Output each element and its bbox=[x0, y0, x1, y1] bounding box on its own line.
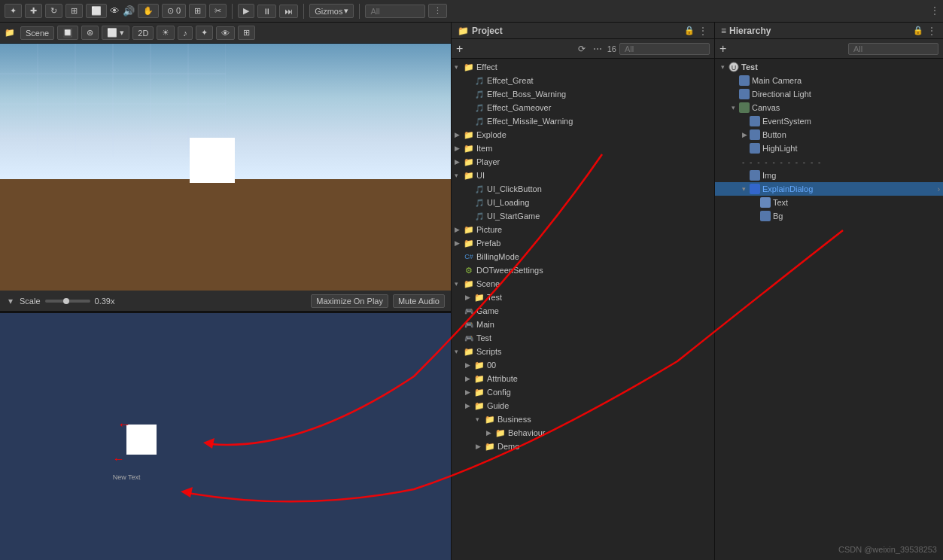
scene-overlay-btn[interactable]: ⊛ bbox=[81, 26, 99, 40]
project-item[interactable]: ▶📁Guide bbox=[452, 399, 714, 412]
tree-item-icon: 🎵 bbox=[474, 89, 485, 99]
tree-item-icon: 📁 bbox=[464, 224, 474, 235]
toolbar-transform-btn[interactable]: ✦ bbox=[5, 4, 22, 18]
tree-item-icon: C# bbox=[464, 251, 474, 262]
project-item[interactable]: ▶📁Test bbox=[452, 291, 714, 304]
project-item[interactable]: ▶📁Behaviour bbox=[452, 426, 714, 440]
toolbar-scale-btn[interactable]: ⊞ bbox=[65, 4, 83, 18]
project-item[interactable]: ▶📁Attribute bbox=[452, 372, 714, 385]
hier-item-label: Main Camera bbox=[752, 76, 802, 85]
toolbar-play-btn[interactable]: ▶ bbox=[238, 4, 254, 18]
gizmos-dropdown[interactable]: Gizmos ▾ bbox=[309, 4, 354, 18]
project-item[interactable]: 🎮Game bbox=[452, 304, 714, 318]
project-add-btn[interactable]: + bbox=[456, 43, 463, 55]
project-item[interactable]: ▶📁Config bbox=[452, 385, 714, 399]
toolbar-grid-btn[interactable]: ⊞ bbox=[189, 4, 206, 18]
toolbar-sep-3 bbox=[359, 4, 360, 19]
project-item[interactable]: 🎵UI_Loading bbox=[452, 196, 714, 209]
hier-expand-arrow: ▾ bbox=[732, 104, 739, 111]
hier-item-icon bbox=[750, 129, 760, 140]
project-item[interactable]: ▶📁Explode bbox=[452, 128, 714, 142]
toolbar-move-btn[interactable]: ✚ bbox=[25, 4, 42, 18]
tree-item-label: Attribute bbox=[487, 374, 518, 383]
hier-item[interactable]: Directional Light bbox=[715, 87, 943, 101]
tree-item-label: Main bbox=[476, 320, 494, 329]
project-item[interactable]: 🎵Effect_Gameover bbox=[452, 101, 714, 114]
project-item[interactable]: ▾📁UI bbox=[452, 169, 714, 182]
project-filter-btn[interactable]: ⋯ bbox=[591, 43, 604, 55]
scale-slider[interactable] bbox=[45, 300, 90, 303]
hier-add-btn[interactable]: + bbox=[719, 43, 726, 55]
scene-folder-icon: 📁 bbox=[5, 28, 15, 38]
scene-fx-btn[interactable]: ✦ bbox=[196, 26, 213, 40]
hier-item[interactable]: Bg bbox=[715, 209, 943, 223]
scene-grid-btn[interactable]: ⊞ bbox=[238, 26, 255, 40]
hier-item[interactable]: ▶Button bbox=[715, 128, 943, 142]
project-item[interactable]: ▶📁Item bbox=[452, 142, 714, 155]
toolbar-extra-btn[interactable]: ⋮ bbox=[428, 4, 447, 18]
project-item[interactable]: ⚙DOTweenSettings bbox=[452, 263, 714, 277]
hier-search[interactable] bbox=[848, 43, 938, 55]
tree-item-label: UI_ClickButton bbox=[487, 184, 542, 193]
project-item[interactable]: ▾📁Scene bbox=[452, 277, 714, 291]
project-search[interactable] bbox=[619, 43, 710, 55]
hier-item[interactable]: Text bbox=[715, 196, 943, 209]
project-item[interactable]: ▶📁00 bbox=[452, 358, 714, 372]
project-item[interactable]: ▶📁Prefab bbox=[452, 236, 714, 250]
scale-label: Scale bbox=[20, 297, 41, 306]
project-item[interactable]: C#BillingMode bbox=[452, 250, 714, 263]
hier-item[interactable]: ▾UTest bbox=[715, 60, 943, 74]
toolbar-pivot-btn[interactable]: ⊙ 0 bbox=[162, 4, 186, 18]
toolbar-rect-btn[interactable]: ⬜ bbox=[86, 4, 107, 18]
scene-collab-btn[interactable]: 🔲 bbox=[57, 26, 78, 40]
project-title: 📁 Project bbox=[458, 26, 503, 36]
hier-item[interactable]: - - - - - - - - - - - bbox=[715, 155, 943, 169]
tree-item-label: Effect_Gameover bbox=[487, 103, 551, 112]
scene-2d-btn[interactable]: 2D bbox=[132, 26, 154, 40]
project-item[interactable]: 🎵UI_StartGame bbox=[452, 209, 714, 223]
project-item[interactable]: 🎮Test bbox=[452, 331, 714, 345]
scene-tab-btn[interactable]: Scene bbox=[20, 26, 54, 40]
hier-item[interactable]: HighLight bbox=[715, 142, 943, 155]
project-item[interactable]: ▾📁Scripts bbox=[452, 345, 714, 358]
project-item[interactable]: 🎵Effect_Boss_Warning bbox=[452, 87, 714, 101]
scene-light-btn[interactable]: ☀ bbox=[157, 26, 175, 40]
tree-item-icon: 🎵 bbox=[474, 184, 485, 194]
project-item[interactable]: 🎵Effect_Missile_Warning bbox=[452, 114, 714, 128]
toolbar-snap-btn[interactable]: ✂ bbox=[209, 4, 227, 18]
project-item[interactable]: 🎵Effcet_Great bbox=[452, 74, 714, 87]
hier-menu-icon[interactable]: ⋮ bbox=[926, 25, 937, 37]
hier-item[interactable]: Img bbox=[715, 169, 943, 182]
hierarchy-toolbar: + bbox=[715, 39, 943, 59]
project-item[interactable]: ▾📁Business bbox=[452, 412, 714, 426]
hier-expand-arrow: ▶ bbox=[742, 131, 750, 138]
project-sync-btn[interactable]: ⟳ bbox=[576, 43, 588, 55]
tree-item-icon: 📁 bbox=[464, 238, 474, 248]
hier-item[interactable]: ▾ExplainDialog› bbox=[715, 182, 943, 196]
project-item[interactable]: ▾📁Effect bbox=[452, 60, 714, 74]
project-item[interactable]: ▶📁Player bbox=[452, 155, 714, 169]
hier-item[interactable]: ▾Canvas bbox=[715, 101, 943, 114]
tree-item-label: UI_Loading bbox=[487, 198, 529, 207]
project-item[interactable]: 🎵UI_ClickButton bbox=[452, 182, 714, 196]
maximize-btn[interactable]: Maximize On Play bbox=[311, 294, 388, 308]
scene-hidden-btn[interactable]: 👁 bbox=[216, 26, 235, 40]
project-menu-icon[interactable]: ⋮ bbox=[698, 25, 708, 37]
project-item[interactable]: ▶📁Picture bbox=[452, 223, 714, 236]
hier-item[interactable]: EventSystem bbox=[715, 114, 943, 128]
toolbar-step-btn[interactable]: ⏭ bbox=[279, 5, 298, 18]
project-item[interactable]: ▶📁Demo bbox=[452, 440, 714, 453]
scene-audio-btn[interactable]: ♪ bbox=[178, 26, 193, 40]
game-tab-btn[interactable]: ▾ bbox=[6, 295, 15, 307]
toolbar-rotate-btn[interactable]: ↻ bbox=[45, 4, 62, 18]
hier-item-icon bbox=[739, 89, 750, 99]
scene-shading-btn[interactable]: ⬜ ▾ bbox=[102, 26, 129, 40]
tree-item-label: Scene bbox=[476, 279, 500, 288]
toolbar-hand-btn[interactable]: ✋ bbox=[138, 4, 159, 18]
mute-btn[interactable]: Mute Audio bbox=[393, 294, 445, 308]
project-item[interactable]: 🎮Main bbox=[452, 318, 714, 331]
tree-expand-arrow: ▾ bbox=[455, 348, 464, 355]
toolbar-pause-btn[interactable]: ⏸ bbox=[257, 5, 276, 18]
hier-item[interactable]: Main Camera bbox=[715, 74, 943, 87]
toolbar-search[interactable] bbox=[365, 5, 425, 18]
